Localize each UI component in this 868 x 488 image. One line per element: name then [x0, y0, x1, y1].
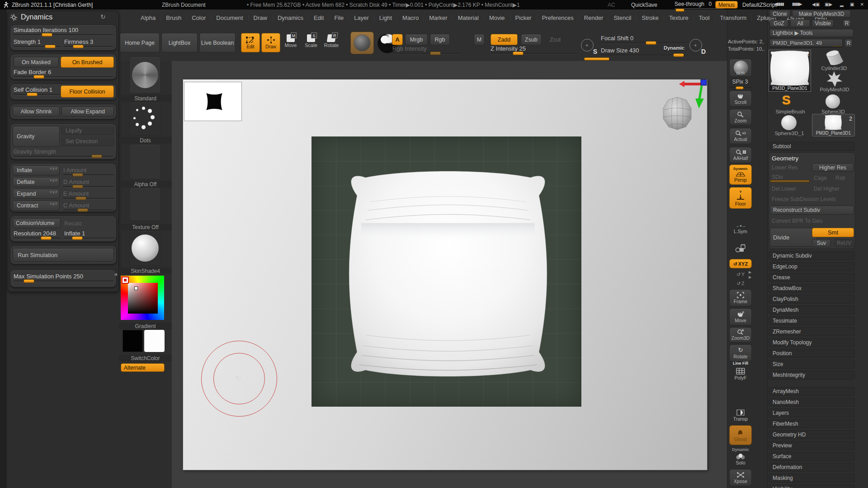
- zadd-button[interactable]: Zadd: [491, 34, 518, 45]
- polymesh-star-thumb[interactable]: [826, 71, 843, 87]
- smt-button[interactable]: Smt: [812, 228, 854, 237]
- firmness-slider[interactable]: Firmness 3: [64, 38, 113, 47]
- menu-item[interactable]: Material: [453, 14, 484, 21]
- alpha-off-thumb[interactable]: [129, 144, 161, 179]
- main-color-swatch[interactable]: [123, 330, 143, 352]
- focal-shift-slider[interactable]: Focal Shift 0: [601, 34, 687, 43]
- allow-expand-button[interactable]: Allow Expand: [61, 107, 114, 117]
- reconstruct-subdiv-button[interactable]: Reconstruct Subdiv: [770, 206, 854, 215]
- shelf-progress-handle[interactable]: [584, 57, 609, 61]
- zsub-button[interactable]: Zsub: [521, 34, 542, 45]
- persp-button[interactable]: Dynamic Persp: [729, 164, 752, 185]
- bpr-button[interactable]: BPR: [729, 59, 752, 77]
- zoom-button[interactable]: Zoom: [729, 109, 752, 125]
- draw-button[interactable]: Draw: [261, 33, 280, 52]
- material-active-button[interactable]: [350, 32, 374, 54]
- close-icon[interactable]: ×: [860, 1, 864, 8]
- palette-section-row[interactable]: Deformation: [769, 463, 855, 472]
- menu-item[interactable]: Edit: [309, 14, 329, 21]
- geometry-section-row[interactable]: ClayPolish: [769, 295, 855, 304]
- menu-item[interactable]: Tool: [694, 14, 715, 21]
- scroll-button[interactable]: Scroll: [729, 90, 752, 107]
- ghost-button[interactable]: Ghost: [729, 425, 752, 445]
- anchor-a-button[interactable]: A: [392, 34, 403, 45]
- spix-slider[interactable]: SPix 3: [729, 79, 751, 88]
- document-minimap[interactable]: [184, 82, 242, 121]
- all-button[interactable]: All: [790, 19, 810, 27]
- menu-item[interactable]: File: [329, 14, 349, 21]
- tool-thumb-plane-big[interactable]: 2 PM3D_Plane3D1: [769, 50, 811, 92]
- thumb-label[interactable]: SimpleBrush: [771, 109, 809, 114]
- menu-item[interactable]: Stroke: [637, 14, 664, 21]
- see-through-handle[interactable]: [675, 9, 684, 12]
- left-tray-toggle-icon[interactable]: ◀▮▮▮▮: [774, 2, 784, 6]
- palette-section-row[interactable]: Geometry HD: [769, 430, 855, 439]
- geometry-section-row[interactable]: ShadowBox: [769, 284, 855, 293]
- geometry-section-row[interactable]: DynaMesh: [769, 305, 855, 314]
- menu-item[interactable]: Document: [211, 14, 248, 21]
- scale-button[interactable]: S Scale: [302, 34, 321, 52]
- strength-slider[interactable]: Strength 1: [14, 38, 61, 47]
- refresh-icon[interactable]: ↻: [100, 13, 106, 20]
- prev-doc-icon[interactable]: ◀▣: [812, 2, 820, 7]
- live-boolean-button[interactable]: Live Boolean: [199, 33, 236, 52]
- palette-section-row[interactable]: FiberMesh: [769, 419, 855, 428]
- make-polymesh-button[interactable]: Make PolyMesh3D: [792, 10, 851, 18]
- allow-shrink-button[interactable]: Allow Shrink: [13, 107, 60, 117]
- geometry-section-row[interactable]: Dynamic Subdiv: [769, 251, 855, 260]
- edit-button[interactable]: Edit: [241, 33, 260, 52]
- palette-section-row[interactable]: Preview: [769, 441, 855, 450]
- menu-item[interactable]: Preferences: [537, 14, 579, 21]
- alpha-picker[interactable]: + D: [689, 38, 707, 56]
- secondary-color-swatch[interactable]: [144, 330, 165, 352]
- simulation-iterations-slider[interactable]: Simulation Iterations 100: [14, 26, 113, 35]
- palette-section-row[interactable]: ArrayMesh: [769, 387, 855, 396]
- floor-button[interactable]: Y Floor: [729, 187, 752, 209]
- active-tool-slider[interactable]: PM3D_Plane3D1.49: [769, 39, 843, 47]
- menu-item[interactable]: Stencil: [609, 14, 637, 21]
- menu-item[interactable]: Dynamics: [273, 14, 309, 21]
- run-simulation-button[interactable]: Run Simulation: [13, 248, 114, 262]
- thumb-label[interactable]: Cylinder3D: [814, 66, 854, 71]
- inflate-button[interactable]: Inflatex y z: [13, 165, 60, 175]
- geometry-section-row[interactable]: Modify Topology: [769, 338, 855, 347]
- alternate-button[interactable]: Alternate: [121, 363, 165, 372]
- color-cursor[interactable]: [134, 286, 138, 290]
- maximize-icon[interactable]: ▣: [850, 2, 854, 7]
- camera-lock-button[interactable]: [729, 240, 752, 258]
- resolution-slider[interactable]: Resolution 2048: [14, 230, 61, 239]
- z-intensity-slider[interactable]: Z Intensity 25: [491, 45, 576, 54]
- rotate-button[interactable]: R Rotate: [322, 34, 341, 52]
- r-button-2[interactable]: R: [844, 39, 853, 47]
- brush-standard-thumb[interactable]: [129, 56, 161, 94]
- max-simulation-points-slider[interactable]: Max Simulation Points 250: [14, 272, 113, 282]
- palette-section-row[interactable]: Surface: [769, 452, 855, 461]
- floor-collision-button[interactable]: Floor Collision: [61, 85, 114, 98]
- menu-item[interactable]: Texture: [664, 14, 694, 21]
- menu-item[interactable]: Transform: [715, 14, 752, 21]
- thumb-label[interactable]: Sphere3D_1: [770, 131, 808, 136]
- switchcolor-button[interactable]: SwitchColor: [119, 355, 172, 361]
- quicksave-button[interactable]: QuickSave: [631, 2, 657, 8]
- lsym-button[interactable]: ←▪→ L.Sym: [729, 221, 752, 236]
- collapse-left-tray-icon[interactable]: ◀: [114, 272, 117, 277]
- pillow-model[interactable]: [342, 167, 554, 380]
- higher-res-button[interactable]: Higher Res: [812, 163, 854, 172]
- simplebrush-thumb[interactable]: S: [782, 93, 791, 108]
- rotate-z-button[interactable]: ↺Z: [729, 280, 752, 287]
- self-collision-slider[interactable]: Self Collision 1: [14, 86, 61, 95]
- geometry-section-row[interactable]: Position: [769, 349, 855, 358]
- color-sv-square[interactable]: [128, 283, 158, 314]
- deflate-button[interactable]: Deflatex y z: [13, 177, 60, 187]
- inflate-value-slider[interactable]: Inflate 1: [64, 230, 114, 239]
- sphere3d-thumb[interactable]: [826, 94, 840, 108]
- rotate-xyz-button[interactable]: ↺XYZ: [729, 259, 752, 268]
- menu-item[interactable]: Color: [187, 14, 211, 21]
- gear-icon[interactable]: [10, 14, 17, 21]
- r-button-1[interactable]: R: [843, 19, 851, 27]
- palette-section-row[interactable]: NanoMesh: [769, 398, 855, 407]
- stroke-picker[interactable]: + S: [580, 38, 598, 56]
- rgb-button[interactable]: Rgb: [430, 34, 450, 45]
- sdiv-slider-track[interactable]: [770, 180, 810, 183]
- divide-button[interactable]: Divide: [770, 228, 817, 247]
